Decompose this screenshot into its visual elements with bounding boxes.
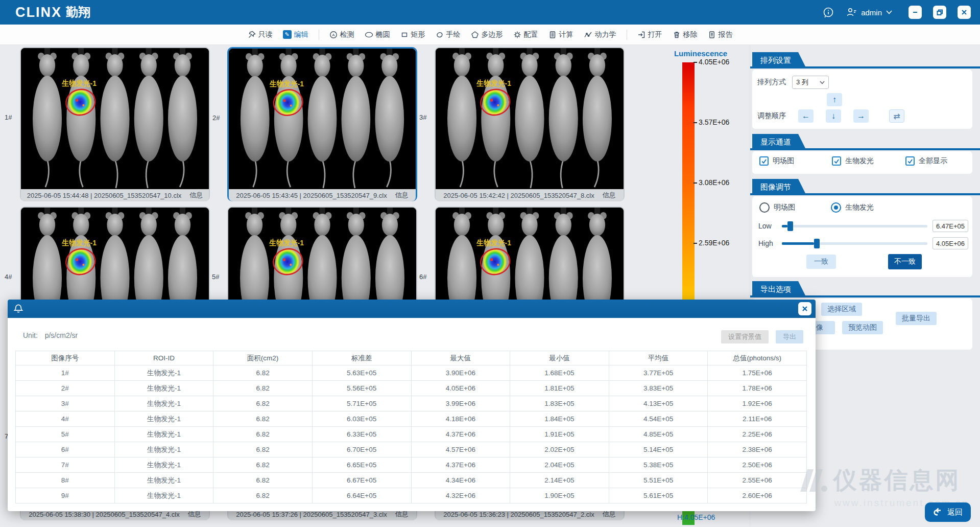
cell-number: 5#: [212, 273, 219, 281]
toolbar-label: 打开: [648, 30, 662, 39]
restore-button[interactable]: [933, 6, 946, 19]
checkbox-brightfield[interactable]: 明场图: [759, 156, 794, 166]
toolbar-button-kinetics[interactable]: 动力学: [584, 30, 616, 39]
move-right-button[interactable]: →: [853, 109, 869, 123]
swap-order-button[interactable]: ⇄: [889, 109, 904, 123]
image-cell[interactable]: 2#: [227, 47, 417, 201]
low-value-box[interactable]: 6.47E+05: [933, 220, 968, 232]
low-slider-handle[interactable]: [787, 221, 793, 231]
image-cell[interactable]: 1#: [20, 47, 210, 201]
roi-results-dialog: Unit: p/s/cm2/sr 设置背景值 导出 图像序号ROI-ID面积(c…: [8, 300, 816, 511]
unit-row: Unit: p/s/cm2/sr: [23, 331, 78, 339]
table-row[interactable]: 5#生物发光-16.826.33E+054.37E+061.91E+054.85…: [16, 427, 807, 442]
toolbar-button-calculate[interactable]: 计算: [548, 30, 573, 39]
mouse-image-area[interactable]: 生物发光-1: [229, 49, 416, 189]
radio-label: 生物发光: [845, 203, 874, 212]
info-link[interactable]: 信息: [603, 191, 616, 200]
move-down-button[interactable]: ↓: [826, 109, 841, 123]
select-region-button[interactable]: 选择区域: [821, 303, 862, 316]
high-slider-handle[interactable]: [814, 239, 820, 248]
table-row[interactable]: 1#生物发光-16.825.63E+053.90E+061.68E+053.77…: [16, 365, 807, 381]
back-button[interactable]: 返回: [925, 502, 971, 522]
info-link[interactable]: 信息: [189, 191, 203, 200]
low-slider[interactable]: [782, 225, 927, 227]
set-background-button[interactable]: 设置背景值: [721, 330, 769, 343]
toolbar-button-rectangle[interactable]: 矩形: [400, 30, 425, 39]
toolbar-label: 矩形: [411, 30, 425, 39]
table-row[interactable]: 4#生物发光-16.826.03E+054.18E+061.84E+054.54…: [16, 411, 807, 427]
table-row[interactable]: 2#生物发光-16.825.56E+054.05E+061.81E+053.83…: [16, 381, 807, 396]
table-header-row: 图像序号ROI-ID面积(cm2)标准差最大值最小值平均值总值(photons/…: [16, 351, 807, 365]
table-row[interactable]: 3#生物发光-16.825.71E+053.99E+061.83E+054.13…: [16, 396, 807, 411]
radio-icon: [831, 202, 841, 213]
toolbar-button-readonly[interactable]: 只读: [248, 30, 273, 39]
dialog-title-bar[interactable]: [8, 300, 816, 318]
checkbox-bioluminescence[interactable]: 生物发光: [832, 156, 874, 166]
info-link[interactable]: 信息: [395, 191, 409, 200]
table-cell: 6#: [16, 442, 115, 457]
table-cell: 1.81E+05: [510, 381, 609, 396]
toolbar-button-report[interactable]: 报告: [708, 30, 733, 39]
table-row[interactable]: 9#生物发光-16.826.64E+054.32E+061.90E+055.61…: [16, 488, 807, 503]
mouse-image-area[interactable]: 生物发光-1: [436, 48, 624, 189]
table-cell: 5.38E+05: [609, 457, 708, 473]
table-row[interactable]: 8#生物发光-16.826.67E+054.34E+062.14E+055.51…: [16, 473, 807, 488]
mouse-image-area[interactable]: 生物发光-1: [21, 48, 209, 189]
toolbar-button-freehand[interactable]: 手绘: [436, 30, 461, 39]
move-left-button[interactable]: ←: [798, 109, 814, 123]
toolbar-button-ellipse[interactable]: 椭圆: [365, 30, 390, 39]
uniform-button[interactable]: 一致: [806, 255, 836, 269]
table-cell: 4.37E+06: [411, 427, 510, 442]
preview-gif-button[interactable]: 预览动图: [842, 321, 883, 334]
calculator-icon: [548, 31, 557, 39]
edit-icon: ✎: [283, 30, 292, 39]
table-header-cell: 平均值: [609, 351, 708, 365]
radio-bioluminescence[interactable]: 生物发光: [831, 202, 874, 213]
table-cell: 生物发光-1: [114, 488, 213, 503]
minimize-button[interactable]: [909, 6, 922, 19]
arrange-mode-value: 3 列: [796, 78, 808, 87]
radio-brightfield[interactable]: 明场图: [759, 202, 795, 213]
user-menu[interactable]: admin: [847, 8, 892, 17]
high-value-box[interactable]: 4.05E+06: [933, 237, 968, 249]
image-caption: 2025-06-05 15:43:45 | 20250605_153520547…: [229, 189, 416, 201]
table-row[interactable]: 7#生物发光-16.826.65E+054.37E+062.04E+055.38…: [16, 457, 807, 473]
toolbar-button-remove[interactable]: 移除: [673, 30, 698, 39]
image-caption-text: 2025-06-05 15:37:26 | 20250605_153520547…: [236, 511, 387, 518]
titlebar-actions: admin: [822, 6, 971, 19]
open-icon: [637, 31, 646, 39]
table-cell: 生物发光-1: [114, 473, 213, 488]
batch-export-button[interactable]: 批量导出: [896, 312, 937, 325]
table-cell: 4.54E+05: [609, 411, 708, 427]
dialog-close-button[interactable]: [798, 302, 811, 315]
table-cell: 6.65E+05: [312, 457, 411, 473]
table-cell: 1.78E+06: [708, 381, 807, 396]
toolbar-button-edit[interactable]: ✎ 编辑: [283, 30, 308, 39]
toolbar-button-config[interactable]: 配置: [513, 30, 538, 39]
image-cell[interactable]: 3#: [435, 47, 625, 201]
high-slider[interactable]: [782, 242, 927, 245]
arrange-mode-select[interactable]: 3 列: [792, 76, 829, 89]
trash-icon: [673, 31, 681, 39]
arrange-order-label: 调整顺序: [757, 111, 786, 121]
move-up-button[interactable]: ↑: [827, 93, 842, 106]
polygon-icon: [471, 31, 479, 39]
non-uniform-button[interactable]: 不一致: [888, 254, 922, 269]
toolbar-button-detect[interactable]: A 检测: [329, 30, 354, 39]
table-cell: 3.83E+05: [609, 381, 708, 396]
info-icon[interactable]: [822, 6, 834, 18]
table-cell: 生物发光-1: [114, 396, 213, 411]
export-table-button[interactable]: 导出: [776, 330, 803, 343]
table-cell: 1.75E+06: [708, 365, 807, 381]
table-cell: 5.63E+05: [312, 365, 411, 381]
toolbar-button-polygon[interactable]: 多边形: [471, 30, 503, 39]
checkbox-show-all[interactable]: 全部显示: [905, 156, 947, 166]
cell-number: 6#: [419, 273, 426, 281]
table-cell: 6.82: [213, 396, 313, 411]
roi-label: 生物发光-1: [269, 79, 304, 88]
close-button[interactable]: [958, 6, 971, 19]
table-cell: 生物发光-1: [114, 381, 213, 396]
toolbar-button-open[interactable]: 打开: [637, 30, 662, 39]
table-cell: 生物发光-1: [114, 457, 213, 473]
table-row[interactable]: 6#生物发光-16.826.70E+054.57E+062.02E+055.14…: [16, 442, 807, 457]
